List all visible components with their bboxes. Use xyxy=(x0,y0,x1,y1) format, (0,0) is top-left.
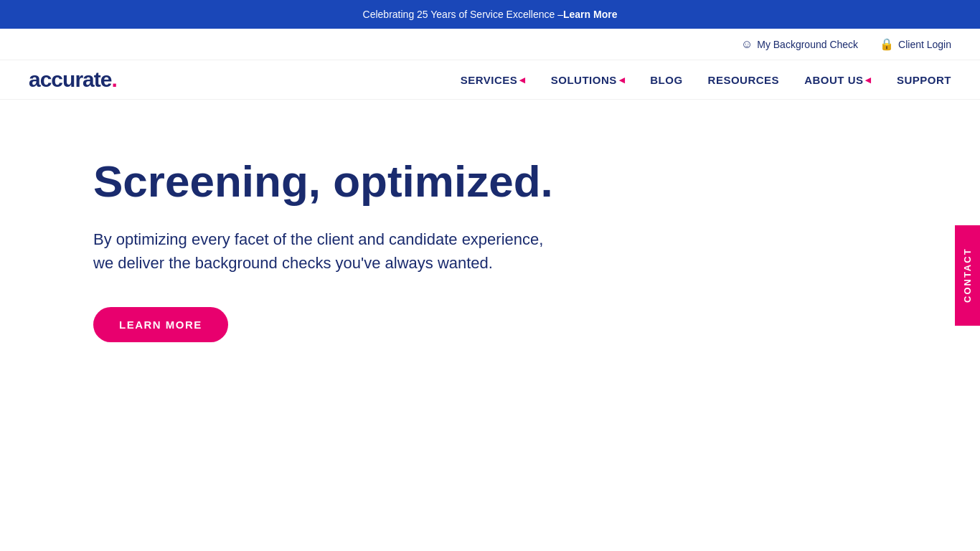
logo[interactable]: accurate. xyxy=(29,67,117,92)
chevron-down-icon: ◀ xyxy=(619,76,626,84)
chevron-down-icon: ◀ xyxy=(519,76,526,84)
announcement-bar: Celebrating 25 Years of Service Excellen… xyxy=(0,0,980,29)
nav-item-support[interactable]: SUPPORT xyxy=(897,74,951,86)
client-login-label: Client Login xyxy=(898,39,951,50)
hero-title: Screening, optimized. xyxy=(93,157,760,206)
logo-text: accurate xyxy=(29,67,111,91)
my-background-check-label: My Background Check xyxy=(757,39,858,50)
nav-item-services[interactable]: SERVICES ◀ xyxy=(461,74,526,86)
logo-dot: . xyxy=(111,67,116,91)
learn-more-button[interactable]: LEARN MORE xyxy=(93,307,228,342)
nav-item-solutions[interactable]: SOLUTIONS ◀ xyxy=(551,74,626,86)
person-icon: ☺ xyxy=(741,38,753,51)
nav-item-blog[interactable]: BLOG xyxy=(650,74,682,86)
nav-item-resources[interactable]: RESOURCES xyxy=(708,74,780,86)
contact-sidebar-button[interactable]: CONTACT xyxy=(955,225,980,326)
lock-icon: 🔒 xyxy=(880,37,894,51)
primary-header: accurate. SERVICES ◀ SOLUTIONS ◀ BLOG RE… xyxy=(0,60,980,100)
primary-nav: SERVICES ◀ SOLUTIONS ◀ BLOG RESOURCES AB… xyxy=(461,74,951,86)
announcement-text: Celebrating 25 Years of Service Excellen… xyxy=(363,9,563,20)
hero-section: Screening, optimized. By optimizing ever… xyxy=(0,100,789,385)
chevron-down-icon: ◀ xyxy=(865,76,872,84)
hero-subtitle-line1: By optimizing every facet of the client … xyxy=(93,230,543,248)
my-background-check-link[interactable]: ☺ My Background Check xyxy=(741,38,858,51)
secondary-nav: ☺ My Background Check 🔒 Client Login xyxy=(0,29,980,60)
hero-subtitle-line2: we deliver the background checks you've … xyxy=(93,254,493,272)
client-login-link[interactable]: 🔒 Client Login xyxy=(880,37,951,51)
announcement-link[interactable]: Learn More xyxy=(563,9,617,20)
nav-item-about-us[interactable]: ABOUT US ◀ xyxy=(804,74,872,86)
hero-subtitle: By optimizing every facet of the client … xyxy=(93,227,595,275)
